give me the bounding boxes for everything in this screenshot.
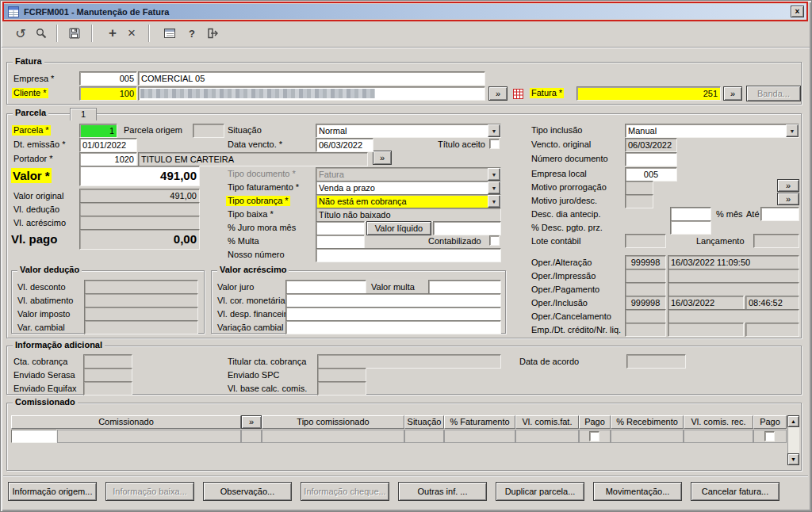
portador-lookup-button[interactable]: » [373, 151, 392, 165]
movimentacao-button[interactable]: Movimentação... [593, 482, 682, 501]
cliente-lookup-button[interactable]: » [488, 86, 508, 101]
chevron-down-icon[interactable]: ▼ [488, 181, 500, 194]
cliente-detail-icon[interactable] [511, 87, 525, 100]
fatura-lookup-button[interactable]: » [723, 86, 742, 101]
calendar-icon[interactable] [161, 25, 178, 42]
desc-pgto-prz-field[interactable] [670, 220, 711, 235]
emp-dt-credito-label: Emp./Dt. crédito/Nr. liq. [531, 325, 621, 335]
exit-icon[interactable] [204, 25, 221, 42]
data-vencto-field[interactable]: 06/03/2022 [316, 138, 373, 152]
cancelar-fatura-button[interactable]: Cancelar fatura... [691, 482, 779, 501]
ate-label: Até [746, 209, 760, 220]
parcela-tab-1[interactable]: 1 [70, 108, 97, 120]
scroll-down-button[interactable]: ▼ [787, 453, 799, 465]
save-icon[interactable] [66, 25, 83, 42]
vl-acrescimo-label: Vl. acréscimo [13, 218, 66, 228]
tipo-faturamento-combo[interactable]: Venda a prazo▼ [316, 181, 501, 195]
lancamento-label: Lançamento [696, 236, 745, 246]
motivo-juro-desc-lookup-button[interactable]: » [777, 193, 799, 205]
comissionado-lookup-button[interactable]: » [241, 415, 262, 429]
numero-documento-field[interactable] [625, 152, 677, 166]
toolbar: ↺ + × ? [4, 21, 808, 47]
oper-alteracao-datetime-field: 16/03/2022 11:09:50 [668, 255, 799, 269]
juro-mora-field[interactable] [316, 221, 365, 235]
oper-impressao-label: Oper./Impressão [531, 271, 596, 281]
parcela-origem-label: Parcela origem [124, 125, 182, 136]
motivo-prorrogacao-label: Motivo prorrogação [531, 182, 607, 193]
banda-button: Banda... [746, 86, 801, 101]
dt-emissao-field[interactable]: 01/01/2022 [79, 138, 137, 152]
contabilizado-checkbox[interactable] [489, 235, 500, 246]
data-acordo-label: Data de acordo [519, 357, 579, 367]
vencto-original-label: Vencto. original [531, 139, 591, 150]
vl-cor-monetaria-field[interactable] [285, 293, 501, 308]
titulo-aceito-checkbox[interactable] [489, 139, 500, 149]
valor-field[interactable]: 491,00 [79, 166, 200, 186]
valor-juro-field[interactable] [285, 280, 366, 294]
fatura-num-field[interactable]: 251 [576, 86, 721, 101]
empresa-local-field[interactable]: 005 [625, 167, 677, 181]
grid-header-pago-rec: Pago [753, 415, 787, 429]
search-icon[interactable] [33, 25, 50, 42]
motivo-prorrogacao-lookup-button[interactable]: » [777, 179, 799, 192]
grid-header-vl-comis-fat: Vl. comis.fat. [515, 415, 579, 429]
redacted-client-name [140, 89, 375, 98]
informacao-origem-button[interactable]: Informação origem... [8, 482, 97, 501]
oper-pagamento-label: Oper./Pagamento [531, 285, 599, 295]
grid-header-pct-faturamento: % Faturamento [444, 415, 515, 429]
valor-liquido-button[interactable]: Valor líquido [366, 221, 431, 235]
oper-impressao-datetime-field [668, 269, 799, 283]
oper-cancelamento-code-field [625, 309, 666, 323]
grid-header-tipo-comissionado: Tipo comissionado [262, 415, 404, 429]
var-cambial-label: Var. cambial [17, 323, 65, 333]
oper-inclusao-time-field: 08:46:52 [745, 296, 799, 310]
close-button[interactable]: × [791, 6, 804, 17]
delete-icon[interactable]: × [123, 25, 140, 42]
undo-icon[interactable]: ↺ [12, 25, 29, 42]
titulo-aceito-label: Título aceito [438, 139, 485, 150]
variacao-cambial-field[interactable] [285, 320, 501, 334]
vl-desp-financeira-field[interactable] [285, 307, 501, 321]
cliente-code-field[interactable]: 100 [79, 86, 137, 101]
tipo-cobranca-combo[interactable]: Não está em cobrança▼ [316, 194, 501, 208]
vl-abatimento-label: Vl. abatimento [17, 296, 73, 306]
scroll-up-button[interactable]: ▲ [787, 415, 799, 427]
nosso-numero-field[interactable] [316, 248, 501, 262]
outras-inf-button[interactable]: Outras inf. ... [398, 482, 487, 501]
help-icon[interactable]: ? [183, 25, 201, 42]
valor-imposto-label: Valor imposto [17, 309, 70, 319]
situacao-combo[interactable]: Normal▼ [316, 124, 501, 138]
valor-liquido-field[interactable] [433, 221, 501, 235]
duplicar-parcela-button[interactable]: Duplicar parcela... [496, 482, 584, 501]
observacao-button[interactable]: Observação... [203, 482, 292, 501]
comissionado-legend: Comissionado [13, 397, 78, 407]
scrollbar-track[interactable] [787, 427, 799, 453]
parcela-field[interactable]: 1 [79, 124, 117, 138]
var-cambial-field [84, 320, 198, 334]
portador-code-field[interactable]: 1020 [79, 152, 137, 166]
pago-rec-checkbox[interactable] [764, 431, 775, 441]
desc-dia-antecip-field[interactable] [670, 207, 711, 221]
chevron-down-icon[interactable]: ▼ [488, 124, 500, 137]
grid-cell-comissionado-name [57, 430, 241, 443]
motivo-juro-desc-label: Motivo juro/desc. [531, 196, 597, 206]
valor-multa-field[interactable] [428, 280, 501, 294]
add-icon[interactable]: + [104, 25, 121, 42]
tipo-inclusao-combo[interactable]: Manual▼ [625, 124, 799, 138]
grid-header-pct-recebimento: % Recebimento [611, 415, 684, 429]
chevron-down-icon[interactable]: ▼ [786, 124, 799, 137]
titlebar[interactable]: FCRFM001 - Manutenção de Fatura × [4, 4, 806, 19]
application-window: FCRFM001 - Manutenção de Fatura × ↺ + × … [0, 0, 812, 512]
chevron-down-icon[interactable]: ▼ [488, 195, 500, 208]
ate-field[interactable] [760, 207, 799, 221]
pago-fat-checkbox[interactable] [589, 431, 599, 441]
enviado-equifax-label: Enviado Equifax [13, 384, 77, 394]
grid-cell [241, 430, 262, 443]
vl-base-calc-field [317, 381, 366, 395]
empresa-code-field[interactable]: 005 [79, 71, 137, 86]
grid-cell-comissionado-code[interactable] [11, 430, 57, 443]
lancamento-field [753, 234, 799, 248]
contabilizado-label: Contabilizado [428, 236, 481, 246]
multa-field[interactable] [316, 235, 365, 249]
nosso-numero-label: Nosso número [228, 250, 285, 260]
